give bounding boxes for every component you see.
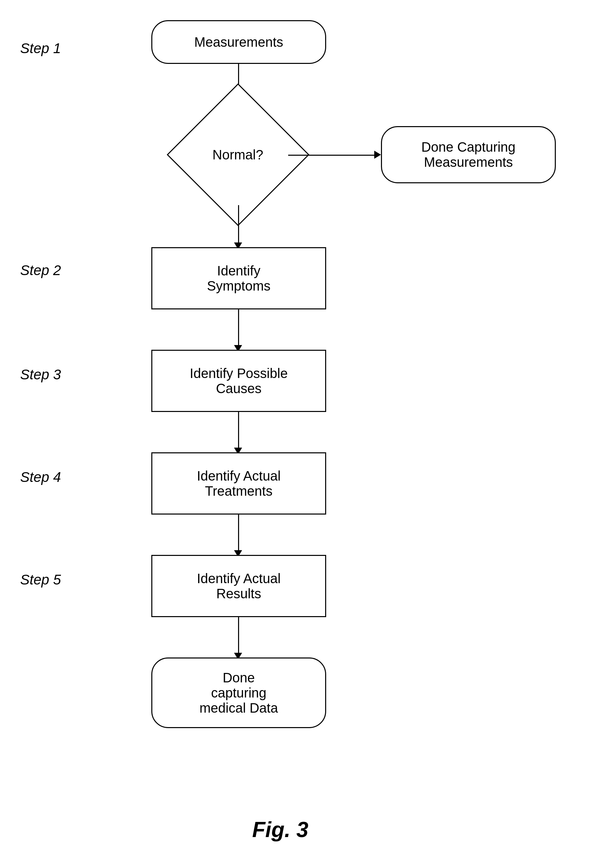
arrow-results-to-done — [238, 617, 239, 654]
done-capturing-node: Done Capturing Measurements — [381, 126, 556, 183]
step3-label: Step 3 — [20, 366, 61, 383]
identify-results-node: Identify Actual Results — [151, 555, 326, 617]
measurements-node: Measurements — [151, 20, 326, 64]
arrowhead-right-1 — [374, 151, 381, 159]
step1-label: Step 1 — [20, 40, 61, 57]
arrow-treatments-to-results — [238, 514, 239, 552]
diagram-container: Step 1 Measurements Normal? Done Capturi… — [0, 0, 616, 868]
identify-treatments-node: Identify Actual Treatments — [151, 452, 326, 514]
arrow-normal-to-done — [288, 155, 376, 156]
identify-symptoms-node: Identify Symptoms — [151, 247, 326, 310]
step5-label: Step 5 — [20, 572, 61, 588]
figure-label: Fig. 3 — [252, 817, 308, 842]
step4-label: Step 4 — [20, 469, 61, 485]
arrow-symptoms-to-causes — [238, 310, 239, 346]
step2-label: Step 2 — [20, 262, 61, 278]
arrow-causes-to-treatments — [238, 412, 239, 449]
identify-causes-node: Identify Possible Causes — [151, 350, 326, 412]
done-medical-node: Done capturing medical Data — [151, 657, 326, 728]
arrow-normal-to-symptoms — [238, 205, 239, 244]
